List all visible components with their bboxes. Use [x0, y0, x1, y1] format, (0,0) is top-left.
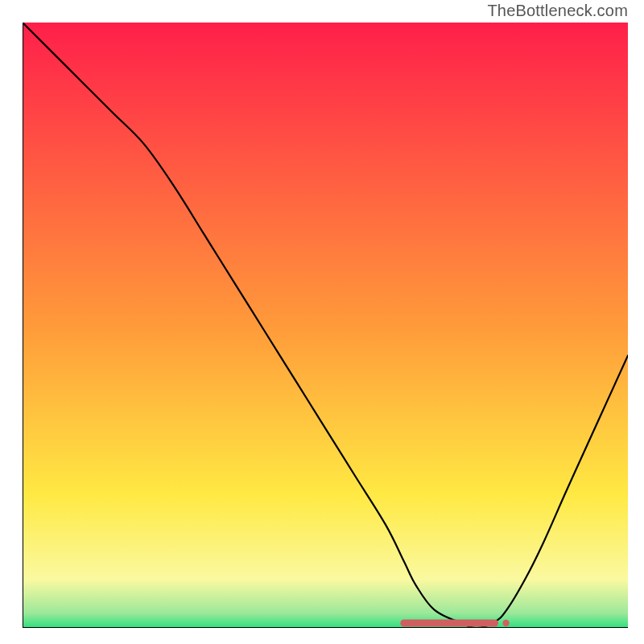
chart-stage: TheBottleneck.com [0, 0, 644, 644]
svg-point-1 [502, 620, 509, 626]
bottleneck-chart [23, 23, 628, 628]
attribution-text: TheBottleneck.com [487, 2, 628, 20]
plot-area [23, 23, 628, 628]
optimum-marker [404, 620, 510, 626]
